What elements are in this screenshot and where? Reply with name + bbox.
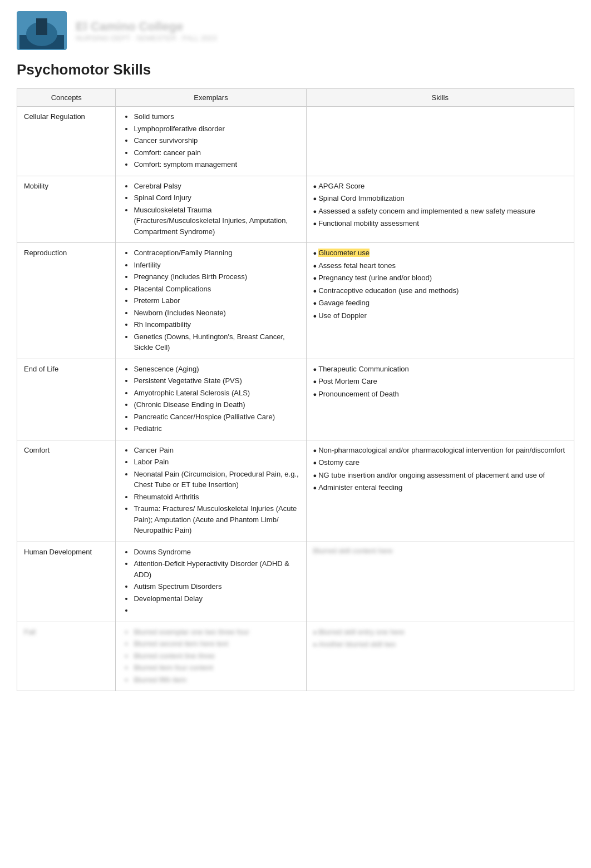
exemplar-item: Infertility	[134, 260, 299, 271]
col-exemplars: Exemplars	[116, 89, 306, 107]
concept-cell: Human Development	[17, 542, 116, 622]
skill-item: Ostomy care	[313, 457, 568, 468]
skill-item: Spinal Cord Immobilization	[313, 193, 568, 204]
skill-item: Contraceptive education (use and methods…	[313, 285, 568, 296]
skill-item: Post Mortem Care	[313, 376, 568, 387]
table-row-blurred: Fall Blurred exemplar one two three four…	[17, 622, 574, 691]
exemplar-item: Placental Complications	[134, 284, 299, 295]
skills-cell-blurred: Blurred skill entry one here Another blu…	[306, 622, 574, 691]
concept-cell: Mobility	[17, 176, 116, 243]
exemplar-item: Comfort: cancer pain	[134, 147, 299, 158]
exemplar-item: Downs Syndrome	[134, 547, 299, 558]
col-concepts: Concepts	[17, 89, 116, 107]
exemplar-item: Solid tumors	[134, 111, 299, 122]
table-row: ComfortCancer PainLabor PainNeonatal Pai…	[17, 440, 574, 542]
school-name: El Camino College	[76, 19, 217, 34]
skill-item: APGAR Score	[313, 181, 568, 192]
skills-cell: Glucometer useAssess fetal heart tonesPr…	[306, 243, 574, 359]
skill-item: Assess fetal heart tones	[313, 260, 568, 271]
school-info: El Camino College NURSING DEPT · SEMESTE…	[76, 19, 217, 42]
exemplar-item: Genetics (Downs, Huntington's, Breast Ca…	[134, 331, 299, 353]
exemplar-item: Persistent Vegetative State (PVS)	[134, 375, 299, 386]
exemplar-item: Spinal Cord Injury	[134, 192, 299, 204]
exemplar-item: Cerebral Palsy	[134, 181, 299, 192]
col-skills: Skills	[306, 89, 574, 107]
skill-item: Non-pharmacological and/or pharmacologic…	[313, 445, 568, 456]
skill-item: Glucometer use	[313, 247, 568, 259]
exemplar-item: Autism Spectrum Disorders	[134, 581, 299, 592]
skill-item: Use of Doppler	[313, 310, 568, 321]
exemplar-item: Amyotrophic Lateral Sclerosis (ALS)	[134, 388, 299, 399]
exemplar-cell: Downs SyndromeAttention-Deficit Hyperact…	[116, 542, 306, 622]
exemplar-cell: Cerebral PalsySpinal Cord InjuryMusculos…	[116, 176, 306, 243]
exemplar-item: Developmental Delay	[134, 593, 299, 604]
concept-cell: End of Life	[17, 359, 116, 440]
table-row: End of LifeSenescence (Aging)Persistent …	[17, 359, 574, 440]
skill-item: Therapeutic Communication	[313, 364, 568, 375]
skill-item: Assessed a safety concern and implemente…	[313, 206, 568, 217]
exemplar-item: Cancer Pain	[134, 445, 299, 456]
school-logo	[17, 11, 67, 50]
skills-cell: Non-pharmacological and/or pharmacologic…	[306, 440, 574, 542]
skills-cell	[306, 107, 574, 176]
skill-item: Pregnancy test (urine and/or blood)	[313, 272, 568, 284]
page-title: Psychomotor Skills	[17, 61, 574, 78]
exemplar-item: Trauma: Fractures/ Musculoskeletal Injur…	[134, 503, 299, 536]
exemplar-item: (Chronic Disease Ending in Death)	[134, 399, 299, 410]
exemplar-item: Senescence (Aging)	[134, 364, 299, 375]
exemplar-cell: Cancer PainLabor PainNeonatal Pain (Circ…	[116, 440, 306, 542]
concept-cell: Comfort	[17, 440, 116, 542]
exemplar-cell: Senescence (Aging)Persistent Vegetative …	[116, 359, 306, 440]
exemplar-item: Contraception/Family Planning	[134, 247, 299, 259]
skill-item: NG tube insertion and/or ongoing assessm…	[313, 470, 568, 481]
exemplar-item: Neonatal Pain (Circumcision, Procedural …	[134, 469, 299, 490]
skills-cell: Blurred skill content here	[306, 542, 574, 622]
exemplar-item: Newborn (Includes Neonate)	[134, 307, 299, 319]
table-row: Cellular RegulationSolid tumorsLymphopro…	[17, 107, 574, 176]
exemplar-item: Comfort: symptom management	[134, 159, 299, 170]
exemplar-cell: Contraception/Family PlanningInfertility…	[116, 243, 306, 359]
exemplar-item: Musculoskeletal Trauma (Fractures/Muscul…	[134, 205, 299, 237]
exemplar-item: Rheumatoid Arthritis	[134, 492, 299, 503]
skills-cell: Therapeutic CommunicationPost Mortem Car…	[306, 359, 574, 440]
skills-cell: APGAR ScoreSpinal Cord ImmobilizationAss…	[306, 176, 574, 243]
exemplar-item: Lymphoproliferative disorder	[134, 123, 299, 135]
svg-rect-3	[36, 18, 47, 35]
exemplar-item: Attention-Deficit Hyperactivity Disorder…	[134, 558, 299, 580]
exemplar-item: Pediatric	[134, 423, 299, 434]
table-row: Human DevelopmentDowns SyndromeAttention…	[17, 542, 574, 622]
skill-item: Gavage feeding	[313, 297, 568, 309]
page: El Camino College NURSING DEPT · SEMESTE…	[0, 0, 591, 713]
exemplar-cell: Solid tumorsLymphoproliferative disorder…	[116, 107, 306, 176]
exemplar-item: Labor Pain	[134, 457, 299, 468]
table-row: ReproductionContraception/Family Plannin…	[17, 243, 574, 359]
skill-item: Administer enteral feeding	[313, 482, 568, 493]
exemplar-cell-blurred: Blurred exemplar one two three four Blur…	[116, 622, 306, 691]
school-sub: NURSING DEPT · SEMESTER · FALL 2023	[76, 34, 217, 42]
exemplar-item: Rh Incompatibility	[134, 319, 299, 330]
exemplar-item: Cancer survivorship	[134, 135, 299, 146]
exemplar-item: Pregnancy (Includes Birth Process)	[134, 271, 299, 282]
exemplar-item: Pancreatic Cancer/Hospice (Palliative Ca…	[134, 411, 299, 423]
table-row: MobilityCerebral PalsySpinal Cord Injury…	[17, 176, 574, 243]
skill-item: Pronouncement of Death	[313, 389, 568, 400]
skill-item: Functional mobility assessment	[313, 218, 568, 229]
header: El Camino College NURSING DEPT · SEMESTE…	[17, 11, 574, 50]
concept-cell-blurred: Fall	[17, 622, 116, 691]
exemplar-item: Preterm Labor	[134, 295, 299, 306]
concept-cell: Reproduction	[17, 243, 116, 359]
concept-cell: Cellular Regulation	[17, 107, 116, 176]
psychomotor-skills-table: Concepts Exemplars Skills Cellular Regul…	[17, 88, 574, 691]
